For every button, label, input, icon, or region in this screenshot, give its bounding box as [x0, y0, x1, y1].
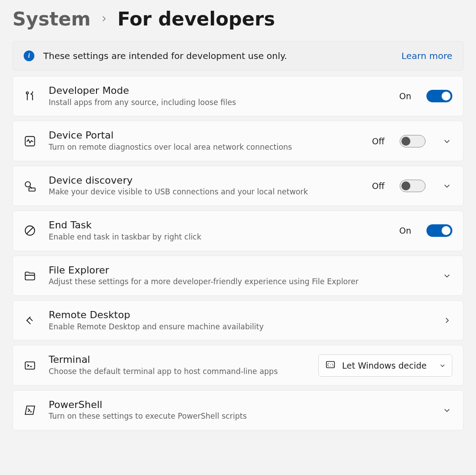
- row-remote-desktop[interactable]: Remote Desktop Enable Remote Desktop and…: [13, 300, 463, 340]
- end-task-toggle[interactable]: [426, 224, 452, 237]
- svg-point-1: [25, 182, 31, 187]
- console-icon: C:\: [325, 359, 336, 372]
- chevron-right-icon: [100, 13, 108, 25]
- breadcrumb: System For developers: [13, 8, 463, 30]
- breadcrumb-parent[interactable]: System: [13, 8, 91, 30]
- row-title: Terminal: [49, 353, 306, 366]
- row-sub: Make your device visible to USB connecti…: [49, 187, 359, 198]
- row-powershell[interactable]: PowerShell Turn on these settings to exe…: [13, 390, 463, 430]
- row-terminal: Terminal Choose the default terminal app…: [13, 345, 463, 385]
- search-device-icon: [24, 180, 36, 192]
- svg-text:C:\: C:\: [327, 363, 334, 367]
- info-text: These settings are intended for developm…: [43, 50, 392, 61]
- row-sub: Enable end task in taskbar by right clic…: [49, 232, 387, 243]
- chevron-down-icon[interactable]: [442, 136, 452, 147]
- dropdown-value: Let Windows decide: [342, 361, 427, 370]
- row-title: File Explorer: [49, 264, 426, 277]
- chevron-down-icon[interactable]: [442, 270, 452, 281]
- prohibit-icon: [24, 224, 36, 237]
- row-title: PowerShell: [49, 399, 426, 412]
- row-device-discovery[interactable]: Device discovery Make your device visibl…: [13, 166, 463, 206]
- row-sub: Adjust these settings for a more develop…: [49, 277, 426, 287]
- learn-more-link[interactable]: Learn more: [401, 50, 452, 61]
- device-discovery-toggle[interactable]: [400, 180, 426, 192]
- activity-icon: [24, 135, 36, 147]
- row-sub: Turn on remote diagnostics over local ar…: [49, 142, 359, 153]
- info-icon: i: [24, 50, 34, 61]
- toggle-state-label: Off: [372, 136, 384, 146]
- svg-rect-7: [25, 362, 35, 369]
- remote-icon: [24, 314, 36, 327]
- chevron-down-icon: [439, 361, 446, 370]
- powershell-icon: [24, 404, 36, 416]
- row-title: Remote Desktop: [49, 309, 426, 322]
- chevron-down-icon[interactable]: [442, 181, 452, 191]
- terminal-icon: [24, 359, 36, 372]
- svg-rect-6: [25, 275, 35, 280]
- folder-icon: [24, 269, 36, 282]
- terminal-dropdown[interactable]: C:\ Let Windows decide: [318, 354, 452, 377]
- row-sub: Install apps from any source, including …: [49, 97, 387, 108]
- svg-rect-0: [25, 136, 35, 146]
- row-title: Device discovery: [49, 174, 359, 187]
- row-sub: Enable Remote Desktop and ensure machine…: [49, 322, 426, 332]
- toggle-state-label: Off: [372, 181, 384, 191]
- toggle-state-label: On: [399, 226, 411, 235]
- row-title: End Task: [49, 219, 387, 232]
- tools-icon: [24, 90, 36, 102]
- page-title: For developers: [117, 8, 275, 30]
- row-title: Device Portal: [49, 129, 359, 142]
- developer-mode-toggle[interactable]: [426, 90, 452, 102]
- row-end-task: End Task Enable end task in taskbar by r…: [13, 210, 463, 251]
- row-device-portal[interactable]: Device Portal Turn on remote diagnostics…: [13, 121, 463, 161]
- row-sub: Choose the default terminal app to host …: [49, 366, 306, 377]
- chevron-down-icon[interactable]: [442, 405, 452, 416]
- row-developer-mode: Developer Mode Install apps from any sou…: [13, 76, 463, 116]
- row-title: Developer Mode: [49, 84, 387, 97]
- svg-line-5: [27, 227, 33, 234]
- info-banner: i These settings are intended for develo…: [13, 41, 463, 71]
- toggle-state-label: On: [399, 91, 411, 101]
- device-portal-toggle[interactable]: [400, 135, 426, 147]
- row-file-explorer[interactable]: File Explorer Adjust these settings for …: [13, 256, 463, 296]
- row-sub: Turn on these settings to execute PowerS…: [49, 411, 426, 422]
- chevron-right-icon[interactable]: [442, 315, 452, 326]
